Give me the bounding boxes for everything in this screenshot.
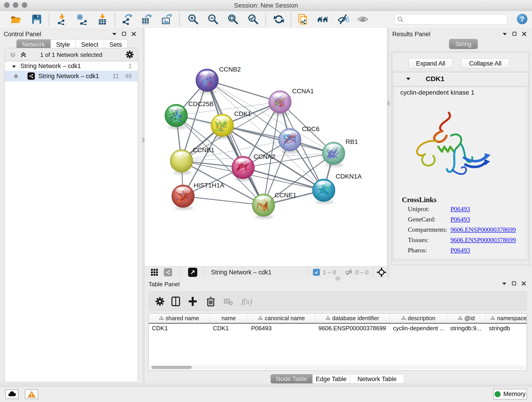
cloud-status-button[interactable] <box>5 389 19 399</box>
warning-status-button[interactable] <box>25 389 38 399</box>
save-session-icon[interactable] <box>31 13 43 25</box>
first-neighbors-icon[interactable] <box>317 13 329 25</box>
memory-button[interactable]: Memory <box>493 389 527 400</box>
left-splitter-handle[interactable] <box>142 138 145 143</box>
table-cell[interactable]: cyclin-dependent ... <box>390 325 447 332</box>
scrollbar-thumb[interactable] <box>152 366 192 369</box>
birds-eye-view-icon[interactable] <box>377 267 386 278</box>
export-table-icon[interactable] <box>141 13 152 25</box>
column-header-namespace[interactable]: namespace <box>486 313 527 323</box>
tree-expander-icon[interactable] <box>12 63 16 70</box>
network-node-RB1[interactable] <box>322 142 345 167</box>
panel-close-icon[interactable] <box>522 32 526 36</box>
zoom-in-icon[interactable] <box>187 13 199 25</box>
network-node-CDKN1A[interactable] <box>312 179 335 204</box>
network-options-gear-icon[interactable] <box>125 50 134 60</box>
network-edge[interactable] <box>183 196 264 205</box>
network-node-CCNB2[interactable] <box>196 69 218 94</box>
table-settings-gear-icon[interactable] <box>155 292 165 311</box>
table-cell[interactable]: stringdb <box>486 325 527 332</box>
export-image-icon[interactable] <box>161 13 172 25</box>
toolbar-separator <box>179 13 180 26</box>
network-collection-row[interactable]: String Network – cdk1 1 <box>5 61 138 71</box>
column-header-database-identifier[interactable]: database identifier <box>315 313 390 323</box>
export-network-icon[interactable] <box>121 13 133 25</box>
hide-selected-icon[interactable] <box>337 13 349 25</box>
network-view[interactable]: CCNB2CCNA1CDC25BCDK1CDC6RB1CCNB1CCNA2CDK… <box>144 28 387 278</box>
warning-icon <box>27 390 36 398</box>
panel-float-icon[interactable] <box>122 32 127 36</box>
show-columns-icon[interactable] <box>171 292 180 311</box>
gene-header-row[interactable]: CDK1 <box>393 72 528 86</box>
network-node-HIST1H1A[interactable] <box>172 185 194 210</box>
bottom-splitter-handle[interactable] <box>336 276 340 281</box>
table-cell[interactable]: P06493 <box>248 325 315 332</box>
add-column-icon[interactable] <box>188 292 197 311</box>
crosslink-link[interactable]: P06493 <box>450 205 470 213</box>
panel-close-icon[interactable] <box>132 32 136 36</box>
table-row[interactable]: CDK1CDK1P064939606.ENSP00000378699cyclin… <box>149 324 527 333</box>
grid-view-icon[interactable] <box>151 267 158 278</box>
horizontal-scrollbar[interactable] <box>150 365 526 370</box>
refresh-icon[interactable] <box>273 13 285 25</box>
import-network-database-icon[interactable] <box>76 13 88 25</box>
help-icon[interactable]: ? <box>517 14 527 24</box>
column-header-shared-name[interactable]: shared name <box>149 313 210 323</box>
panel-float-icon[interactable] <box>512 281 516 286</box>
table-cell[interactable]: stringdb:9... <box>447 325 486 332</box>
panel-collapse-icon[interactable] <box>502 282 507 285</box>
collapse-all-button[interactable]: Collapse All <box>461 58 510 69</box>
open-session-icon[interactable] <box>10 13 22 25</box>
selected-checkbox[interactable] <box>313 267 320 278</box>
crosslink-link[interactable]: 9606.ENSP00000378699 <box>450 236 516 244</box>
tab-node-table[interactable]: Node Table <box>271 374 312 383</box>
column-header-name[interactable]: name <box>210 313 248 323</box>
crosslink-link[interactable]: 9606.ENSP00000378699 <box>450 226 516 233</box>
footer-separator <box>373 268 373 277</box>
panel-collapse-icon[interactable] <box>112 32 117 36</box>
import-network-file-icon[interactable] <box>56 13 68 25</box>
network-canvas[interactable]: CCNB2CCNA1CDC25BCDK1CDC6RB1CCNB1CCNA2CDK… <box>145 28 387 267</box>
network-node-CCNB1[interactable] <box>170 150 193 175</box>
column-header-description[interactable]: description <box>390 313 447 323</box>
panel-float-icon[interactable] <box>512 32 517 36</box>
tab-string[interactable]: String <box>449 39 478 49</box>
right-splitter-handle[interactable] <box>387 101 390 106</box>
import-table-file-icon[interactable] <box>96 13 108 25</box>
detach-view-icon[interactable] <box>188 267 197 278</box>
network-node-CDC25B[interactable] <box>165 104 187 129</box>
hidden-eye-icon[interactable] <box>344 267 353 278</box>
expand-all-button[interactable]: Expand All <box>409 58 453 69</box>
table-cell[interactable]: CDK1 <box>149 325 210 332</box>
network-node-CCNE1[interactable] <box>252 194 275 219</box>
column-header-canonical-name[interactable]: canonical name <box>248 313 315 323</box>
show-all-icon[interactable] <box>357 13 369 25</box>
network-icon <box>27 72 35 80</box>
delete-table-icon[interactable] <box>223 292 233 311</box>
table-panel: Table Panel f(x) shared namenamecanonica… <box>145 278 532 383</box>
network-node-CCNA1[interactable] <box>269 91 291 116</box>
tab-network-table[interactable]: Network Table <box>350 374 404 383</box>
function-builder-icon[interactable]: f(x) <box>241 292 252 311</box>
zoom-selected-icon[interactable] <box>247 13 259 25</box>
search-field[interactable] <box>394 14 507 25</box>
table-cell[interactable]: CDK1 <box>210 325 248 332</box>
table-cell[interactable]: 9606.ENSP00000378699 <box>315 325 390 332</box>
panel-collapse-icon[interactable] <box>502 32 507 36</box>
zoom-out-icon[interactable] <box>207 13 219 25</box>
clone-network-icon[interactable] <box>297 13 309 25</box>
toolbar-separator <box>49 13 50 26</box>
network-badge-icon[interactable] <box>164 267 172 278</box>
network-row-selected[interactable]: String Network – cdk1 1148 <box>5 71 138 81</box>
panel-close-icon[interactable] <box>521 281 526 286</box>
column-header-label: name <box>222 315 236 322</box>
crosslink-link[interactable]: P06493 <box>450 216 470 223</box>
column-header-id[interactable]: @id <box>447 313 486 323</box>
gene-expander-icon[interactable] <box>406 77 411 81</box>
network-node-CDC6[interactable] <box>279 128 301 153</box>
search-input[interactable] <box>404 15 507 24</box>
zoom-fit-icon[interactable] <box>227 13 239 25</box>
crosslink-link[interactable]: P06493 <box>450 247 470 254</box>
tab-edge-table[interactable]: Edge Table <box>312 374 350 383</box>
delete-column-icon[interactable] <box>206 292 215 311</box>
